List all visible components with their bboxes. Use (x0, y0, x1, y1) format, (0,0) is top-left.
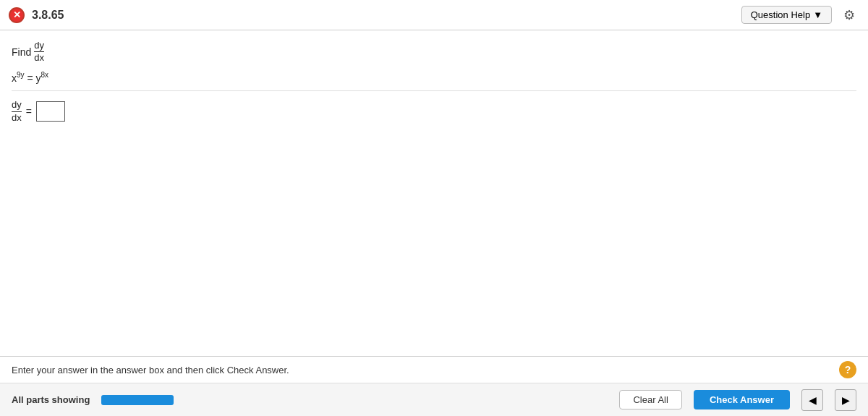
dy-dx-fraction: dy dx (34, 41, 44, 64)
equation-x: x (12, 72, 17, 83)
answer-fraction-den: dx (12, 112, 22, 123)
help-icon: ? (845, 364, 851, 375)
equation-equals: = y (25, 72, 41, 83)
fraction-numerator: dy (34, 41, 44, 52)
problem-id: 3.8.65 (32, 9, 64, 22)
settings-button[interactable]: ⚙ (839, 5, 859, 25)
header-left: ✕ 3.8.65 (9, 7, 64, 23)
close-button[interactable]: ✕ (9, 7, 25, 23)
next-icon: ▶ (842, 394, 850, 406)
answer-line: dy dx = (12, 100, 856, 123)
main-content: Find dy dx x9y = y8x dy dx = (0, 30, 868, 356)
equation-line: x9y = y8x (12, 71, 856, 92)
answer-input[interactable] (36, 101, 65, 122)
progress-bar (101, 395, 174, 405)
prev-icon: ◀ (809, 394, 817, 406)
header: ✕ 3.8.65 Question Help ▼ ⚙ (0, 0, 868, 30)
chevron-down-icon: ▼ (813, 9, 822, 20)
fraction-denominator: dx (34, 52, 44, 63)
question-help-label: Question Help (751, 9, 810, 20)
answer-fraction-num: dy (12, 100, 22, 111)
footer-hint: Enter your answer in the answer box and … (0, 357, 868, 383)
footer: Enter your answer in the answer box and … (0, 356, 868, 416)
check-answer-button[interactable]: Check Answer (694, 390, 790, 409)
hint-text: Enter your answer in the answer box and … (12, 365, 289, 375)
all-parts-label: All parts showing (12, 394, 90, 405)
header-right: Question Help ▼ ⚙ (741, 5, 859, 25)
find-text: Find (12, 46, 31, 58)
gear-icon: ⚙ (843, 7, 855, 23)
prev-button[interactable]: ◀ (801, 389, 823, 411)
clear-all-button[interactable]: Clear All (619, 390, 681, 409)
equals-sign: = (26, 106, 32, 117)
question-help-button[interactable]: Question Help ▼ (741, 6, 832, 24)
answer-fraction: dy dx (12, 100, 22, 123)
footer-bar: All parts showing Clear All Check Answer… (0, 383, 868, 416)
find-label: Find dy dx (12, 41, 856, 64)
eq-superscript-9y: 9y (17, 71, 25, 79)
next-button[interactable]: ▶ (835, 389, 856, 411)
help-button[interactable]: ? (839, 361, 856, 378)
eq-superscript-8x: 8x (41, 71, 49, 79)
